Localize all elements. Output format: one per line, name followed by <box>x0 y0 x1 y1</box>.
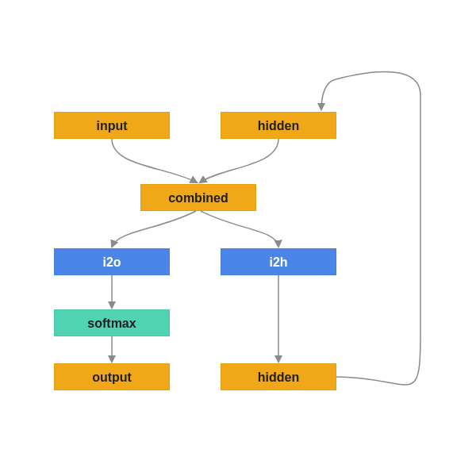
node-label: i2h <box>269 255 287 269</box>
node-output: output <box>54 363 170 390</box>
node-label: hidden <box>258 370 299 384</box>
node-label: i2o <box>102 255 121 269</box>
node-input: input <box>54 112 170 139</box>
edges-layer <box>0 0 476 476</box>
node-label: output <box>92 370 132 384</box>
node-label: combined <box>168 191 228 205</box>
node-i2o: i2o <box>54 248 170 275</box>
node-label: input <box>96 119 127 132</box>
diagram-canvas: input hidden combined i2o i2h softmax ou… <box>0 0 476 476</box>
node-label: hidden <box>258 119 299 132</box>
edge-combined-i2h <box>201 211 278 247</box>
node-combined: combined <box>140 184 256 211</box>
edge-hidden-combined <box>200 139 278 182</box>
edge-combined-i2o <box>112 211 196 247</box>
node-softmax: softmax <box>54 309 170 336</box>
node-hidden-top: hidden <box>221 112 336 139</box>
node-hidden-bottom: hidden <box>221 363 336 390</box>
edge-input-combined <box>112 139 197 182</box>
node-label: softmax <box>87 317 136 330</box>
node-i2h: i2h <box>221 248 336 275</box>
